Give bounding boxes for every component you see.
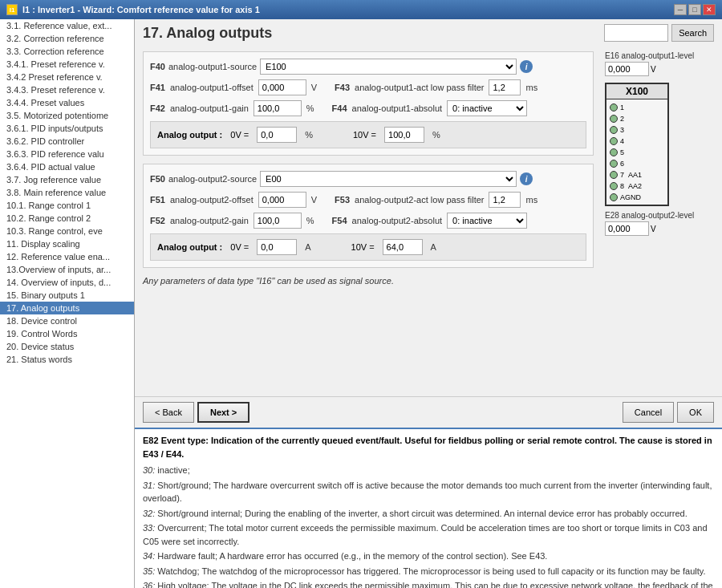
sidebar-item-s8[interactable]: 3.5. Motorized potentiome <box>0 109 134 122</box>
f50-label: F50 <box>150 174 165 184</box>
x100-pins: 1 2 3 4 <box>606 99 667 205</box>
sidebar-item-s11[interactable]: 3.6.3. PID reference valu <box>0 148 134 160</box>
content-area: F40 analog-output1-source E100 i F41 ana… <box>135 45 722 396</box>
analog-output-1-section: F40 analog-output1-source E100 i F41 ana… <box>143 51 594 156</box>
note-text: Any parameters of data type "I16" can be… <box>143 276 594 286</box>
f54-sublabel: analog-output2-absolut <box>352 216 443 225</box>
sidebar-item-s13[interactable]: 3.7. Jog reference value <box>0 173 134 186</box>
sidebar-item-s12[interactable]: 3.6.4. PID actual value <box>0 160 134 173</box>
close-button[interactable]: ✕ <box>703 4 716 15</box>
f53-label: F53 <box>335 195 350 205</box>
f41-input[interactable]: 0,000 <box>258 79 306 95</box>
f42-sublabel: analog-output1-gain <box>170 103 249 113</box>
sidebar-item-s19[interactable]: 12. Reference value ena... <box>0 250 134 263</box>
f50-select[interactable]: E00 <box>260 171 517 187</box>
window-title: I1 : Inverter1 - Wizard: Comfort referen… <box>22 5 260 14</box>
ao1-10v-input[interactable]: 100,0 <box>384 127 424 143</box>
sidebar-item-s14[interactable]: 3.8. Main reference value <box>0 186 134 199</box>
sidebar-item-s5[interactable]: 3.4.2 Preset reference v. <box>0 71 134 83</box>
sidebar-item-s2[interactable]: 3.2. Correction reference <box>0 32 134 45</box>
sidebar-item-s26[interactable]: 20. Device status <box>0 340 134 353</box>
f40-select[interactable]: E100 <box>260 59 517 75</box>
f42-unit: % <box>306 103 314 113</box>
f52-input[interactable]: 100,0 <box>254 213 302 229</box>
next-button[interactable]: Next > <box>197 402 249 423</box>
f44-sublabel: analog-output1-absolut <box>352 103 443 113</box>
sidebar-item-s23[interactable]: 17. Analog outputs <box>0 302 134 314</box>
info-line: 34: Hardware fault; A hardware error has… <box>143 549 714 563</box>
e16-input[interactable]: 0,000 <box>605 62 649 76</box>
sidebar-item-s18[interactable]: 11. Display scaling <box>0 237 134 250</box>
sidebar-item-s27[interactable]: 21. Status words <box>0 353 134 366</box>
f41-unit: V <box>311 83 317 92</box>
sidebar-item-s15[interactable]: 10.1. Range control 1 <box>0 199 134 212</box>
sidebar-item-s9[interactable]: 3.6.1. PID inputs/outputs <box>0 122 134 135</box>
ok-button[interactable]: OK <box>677 402 714 423</box>
f42-label: F42 <box>150 103 165 113</box>
f40-info-button[interactable]: i <box>520 60 533 73</box>
f50-info-button[interactable]: i <box>520 172 533 185</box>
ao1-0v-input[interactable]: 0,0 <box>257 127 297 143</box>
f43-input[interactable]: 1,2 <box>489 79 521 95</box>
sidebar-item-s7[interactable]: 3.4.4. Preset values <box>0 96 134 109</box>
e28-input[interactable]: 0,000 <box>605 221 649 236</box>
f51-sublabel: analog-output2-offset <box>170 195 254 205</box>
sidebar-item-s22[interactable]: 15. Binary outputs 1 <box>0 289 134 302</box>
sidebar-item-s3[interactable]: 3.3. Correction reference <box>0 45 134 58</box>
title-bar-controls[interactable]: ─ □ ✕ <box>674 4 716 15</box>
sidebar-item-s4[interactable]: 3.4.1. Preset reference v. <box>0 58 134 71</box>
pin-row-2: 2 <box>610 113 664 124</box>
info-title-code: E82 Event type: <box>143 436 209 445</box>
e16-unit: V <box>651 65 656 74</box>
form-row-offset-lpf-1: F41 analog-output1-offset 0,000 V F43 an… <box>150 79 586 95</box>
f52-label: F52 <box>150 216 165 225</box>
sidebar-item-s16[interactable]: 10.2. Range control 2 <box>0 212 134 225</box>
f41-label: F41 <box>150 83 165 92</box>
f51-input[interactable]: 0,000 <box>258 192 306 208</box>
pin-row-agnd: AGND <box>610 192 664 202</box>
f50-sublabel: analog-output2-source <box>168 174 257 184</box>
f54-select[interactable]: 0: inactive <box>447 213 527 229</box>
main-container: 3.1. Reference value, ext...3.2. Correct… <box>0 19 722 588</box>
pin-row-3: 3 <box>610 124 664 135</box>
pin-row-1: 1 <box>610 102 664 112</box>
f53-input[interactable]: 1,2 <box>489 192 521 208</box>
maximize-button[interactable]: □ <box>688 4 701 15</box>
source-row-2: F50 analog-output2-source E00 i <box>150 171 586 187</box>
search-button[interactable]: Search <box>671 24 714 42</box>
ao2-0v-input[interactable]: 0,0 <box>257 239 297 255</box>
ao2-10v-input[interactable]: 64,0 <box>383 239 423 255</box>
sidebar-item-s17[interactable]: 10.3. Range control, eve <box>0 225 134 237</box>
x100-title: X100 <box>606 84 667 99</box>
f42-input[interactable]: 100,0 <box>254 100 302 116</box>
ao1-label: Analog output : <box>157 130 222 140</box>
action-buttons: Cancel OK <box>623 402 714 423</box>
sidebar-item-s20[interactable]: 13.Overview of inputs, ar... <box>0 263 134 276</box>
sidebar-item-s25[interactable]: 19. Control Words <box>0 327 134 340</box>
nav-buttons: < Back Next > <box>143 402 249 423</box>
sidebar-item-s1[interactable]: 3.1. Reference value, ext... <box>0 19 134 32</box>
ao2-10v-label: 10V = <box>351 242 375 252</box>
cancel-button[interactable]: Cancel <box>623 402 674 423</box>
info-line: 33: Overcurrent; The total motor current… <box>143 521 714 548</box>
form-row-gain-abs-1: F42 analog-output1-gain 100,0 % F44 anal… <box>150 100 586 116</box>
f53-unit: ms <box>525 195 537 205</box>
f40-label: F40 <box>150 62 165 71</box>
search-input[interactable] <box>604 24 668 42</box>
f43-unit: ms <box>525 83 537 92</box>
form-row-offset-lpf-2: F51 analog-output2-offset 0,000 V F53 an… <box>150 192 586 208</box>
sidebar-item-s24[interactable]: 18. Device control <box>0 314 134 327</box>
sidebar-item-s10[interactable]: 3.6.2. PID controller <box>0 135 134 148</box>
analog-output-display-2: Analog output : 0V = 0,0 A 10V = 64,0 A <box>150 233 586 261</box>
e16-label: E16 analog-output1-level <box>605 51 694 60</box>
sidebar-item-s6[interactable]: 3.4.3. Preset reference v. <box>0 83 134 96</box>
f52-unit: % <box>306 216 314 225</box>
sidebar-item-s21[interactable]: 14. Overview of inputs, d... <box>0 276 134 289</box>
minimize-button[interactable]: ─ <box>674 4 687 15</box>
f44-select[interactable]: 0: inactive <box>447 100 527 116</box>
back-button[interactable]: < Back <box>143 402 194 423</box>
search-area: Search <box>604 24 714 42</box>
f43-sublabel: analog-output1-act low pass filter <box>355 83 484 92</box>
ao2-0v-unit: A <box>305 242 310 252</box>
info-line: 32: Short/ground internal; During the en… <box>143 507 714 521</box>
